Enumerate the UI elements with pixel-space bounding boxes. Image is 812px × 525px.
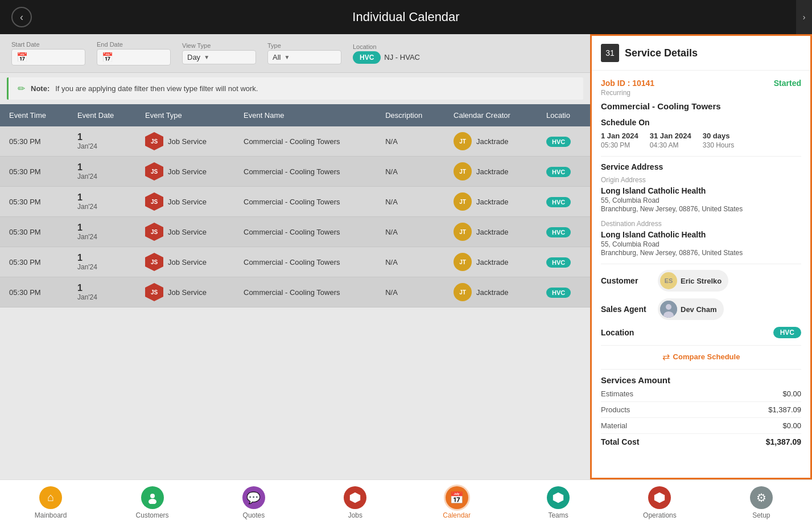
cell-creator: JT Jacktrade [444,217,537,247]
amounts-section: Services Amount Estimates $0.00 Products… [601,375,801,450]
table-row[interactable]: 05:30 PM 1 Jan'24 JS Job Service Commerc… [0,157,590,187]
agent-label: Sales Agent [601,305,652,314]
origin-name: Long Island Catholic Health [601,186,801,195]
cell-location: HVC [537,187,590,217]
cell-description: N/A [376,247,444,277]
creator-avatar: JT [454,192,472,211]
nav-jobs-label: Jobs [348,511,362,519]
schedule-duration: 30 days 330 Hours [703,132,734,149]
table-row[interactable]: 05:30 PM 1 Jan'24 JS Job Service Commerc… [0,126,590,157]
destination-address-block: Destination Address Long Island Catholic… [601,220,801,257]
nav-operations[interactable]: Operations [640,486,679,519]
cell-location: HVC [537,126,590,157]
location-value: NJ - HVAC [384,53,420,61]
schedule-days: 30 days [703,132,734,140]
nav-calendar[interactable]: 📅 Calendar [437,486,477,519]
bottom-nav: ⌂ Mainboard Customers 💬 Quotes Jobs 📅 Ca… [0,479,812,525]
main-content: Start Date 📅 End Date 📅 View Type Day ▼ [0,34,812,479]
cell-description: N/A [376,187,444,217]
end-date-filter: End Date 📅 [97,41,171,65]
cell-date: 1 Jan'24 [68,187,136,217]
panel-toggle-button[interactable]: › [796,0,812,34]
service-address-title: Service Address [601,162,801,171]
table-row[interactable]: 05:30 PM 1 Jan'24 JS Job Service Commerc… [0,187,590,217]
customer-chip[interactable]: ES Eric Strelko [658,270,728,292]
origin-address-block: Origin Address Long Island Catholic Heal… [601,176,801,213]
creator-avatar: JT [454,283,472,301]
start-date-input[interactable]: 📅 [11,49,85,65]
cell-description: N/A [376,157,444,187]
nav-mainboard[interactable]: ⌂ Mainboard [31,486,71,519]
table-row[interactable]: 05:30 PM 1 Jan'24 JS Job Service Commerc… [0,277,590,307]
material-value: $0.00 [782,421,801,430]
cell-name: Commercial - Cooling Towers [234,126,376,157]
col-event-time: Event Time [0,104,68,126]
cell-description: N/A [376,217,444,247]
nav-mainboard-label: Mainboard [35,511,67,519]
events-table: Event Time Event Date Event Type Event N… [0,104,590,307]
job-service-badge: JS [145,192,163,211]
service-details-panel: 31 Service Details Job ID : 10141 Starte… [590,34,812,479]
destination-label: Destination Address [601,220,801,228]
nav-customers[interactable]: Customers [133,486,172,519]
customer-avatar: ES [660,272,677,289]
type-select[interactable]: All ▼ [267,50,341,64]
hvc-badge: HVC [546,137,571,147]
job-id: Job ID : 10141 [601,79,654,88]
service-details-header: 31 Service Details [592,36,810,71]
service-name: Commercial - Cooling Towers [601,101,801,111]
schedule-hours: 330 Hours [703,141,734,149]
nav-setup[interactable]: ⚙ Setup [741,486,781,519]
nav-customers-label: Customers [136,511,169,519]
customers-icon [141,486,164,509]
schedule-start-time: 05:30 PM [601,141,638,149]
products-row: Products $1,387.09 [601,405,801,418]
jobs-icon [344,486,366,509]
cell-location: HVC [537,217,590,247]
note-text: If you are applying date filter then vie… [55,84,258,93]
compare-schedule-row[interactable]: ⇄ Compare Schedule [601,351,801,362]
cell-type: JS Job Service [136,277,234,307]
products-value: $1,387.09 [768,405,801,414]
type-dropdown-arrow: ▼ [284,54,290,60]
nav-setup-label: Setup [752,511,770,519]
nav-operations-label: Operations [643,511,677,519]
products-label: Products [601,405,630,414]
svg-marker-5 [350,492,360,502]
job-service-badge: JS [145,253,163,271]
svg-point-3 [150,494,155,498]
cell-time: 05:30 PM [0,277,68,307]
view-type-select[interactable]: Day ▼ [182,50,256,64]
destination-city: Branchburg, New Jersey, 08876, United St… [601,249,801,257]
nav-jobs[interactable]: Jobs [335,486,375,519]
teams-icon [547,486,570,509]
nav-quotes[interactable]: 💬 Quotes [234,486,274,519]
hvc-badge: HVC [546,257,571,268]
cell-name: Commercial - Cooling Towers [234,157,376,187]
table-row[interactable]: 05:30 PM 1 Jan'24 JS Job Service Commerc… [0,217,590,247]
table-header-row: Event Time Event Date Event Type Event N… [0,104,590,126]
customer-name: Eric Strelko [681,277,722,285]
cell-name: Commercial - Cooling Towers [234,187,376,217]
calendar-icon-nav: 📅 [446,486,468,509]
origin-label: Origin Address [601,176,801,184]
destination-address: 55, Columbia Road [601,240,801,248]
agent-chip[interactable]: Dev Cham [658,298,724,320]
service-details-body: Job ID : 10141 Started Recurring Commerc… [592,71,810,478]
nav-teams-label: Teams [548,511,568,519]
col-event-date: Event Date [68,104,136,126]
schedule-end-time: 04:30 AM [650,141,691,149]
origin-address: 55, Columbia Road [601,196,801,204]
filters-bar: Start Date 📅 End Date 📅 View Type Day ▼ [0,34,590,73]
job-service-badge: JS [145,162,163,181]
table-row[interactable]: 05:30 PM 1 Jan'24 JS Job Service Commerc… [0,247,590,277]
nav-teams[interactable]: Teams [538,486,578,519]
schedule-end-date: 31 Jan 2024 [650,132,691,140]
cell-creator: JT Jacktrade [444,157,537,187]
cell-creator: JT Jacktrade [444,187,537,217]
end-date-input[interactable]: 📅 [97,49,171,65]
back-button[interactable]: ‹ [11,7,32,27]
cell-location: HVC [537,277,590,307]
material-row: Material $0.00 [601,421,801,434]
cell-date: 1 Jan'24 [68,157,136,187]
